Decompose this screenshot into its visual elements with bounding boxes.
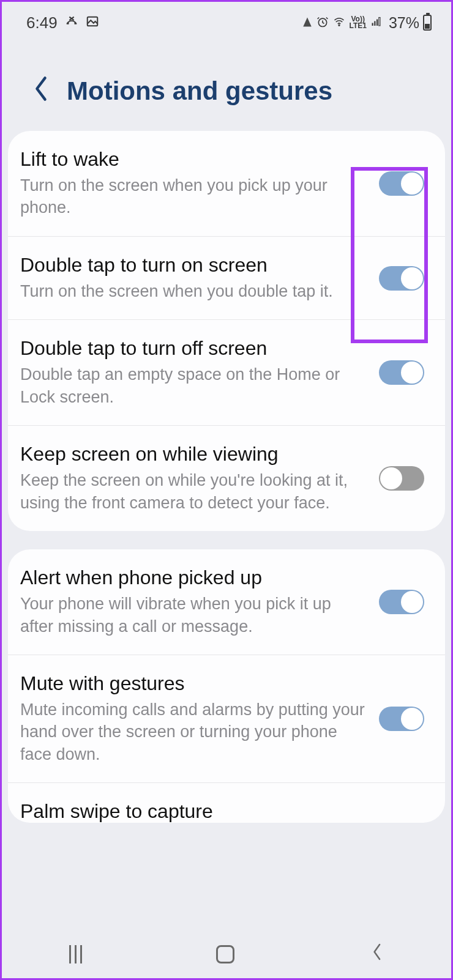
toggle-keep-screen-on[interactable] [379, 466, 424, 491]
toggle-double-tap-on[interactable] [379, 266, 424, 291]
setting-desc: Mute incoming calls and alarms by puttin… [20, 699, 367, 765]
settings-group-1: Lift to wake Turn on the screen when you… [8, 131, 445, 531]
wifi-icon [332, 17, 346, 29]
signal-icon [370, 17, 383, 29]
page-title: Motions and gestures [67, 76, 332, 106]
navigation-bar [2, 930, 451, 978]
setting-desc: Double tap an empty space on the Home or… [20, 363, 367, 408]
settings-group-2: Alert when phone picked up Your phone wi… [8, 549, 445, 823]
svg-rect-6 [374, 21, 375, 26]
setting-title: Palm swipe to capture [20, 800, 424, 823]
setting-title: Double tap to turn off screen [20, 337, 367, 360]
nav-recent-button[interactable] [69, 945, 82, 963]
svg-rect-7 [376, 19, 378, 26]
toggle-double-tap-off[interactable] [379, 360, 424, 385]
sync-icon [302, 17, 313, 29]
setting-desc: Turn on the screen when you pick up your… [20, 174, 367, 219]
battery-icon [423, 15, 432, 31]
page-header: Motions and gestures [2, 39, 451, 131]
volte-icon: Vo))LTE1 [350, 16, 367, 29]
svg-rect-8 [379, 17, 380, 26]
setting-alert-picked-up[interactable]: Alert when phone picked up Your phone wi… [8, 549, 445, 655]
nav-back-button[interactable] [369, 941, 384, 968]
setting-mute-gestures[interactable]: Mute with gestures Mute incoming calls a… [8, 655, 445, 783]
setting-double-tap-off[interactable]: Double tap to turn off screen Double tap… [8, 320, 445, 426]
status-bar: 6:49 Vo))LTE1 37% [2, 2, 451, 39]
battery-percent: 37% [389, 14, 419, 32]
svg-point-4 [339, 24, 340, 26]
status-time: 6:49 [26, 13, 58, 32]
nav-home-button[interactable] [216, 945, 234, 963]
setting-palm-swipe[interactable]: Palm swipe to capture [8, 783, 445, 823]
picture-icon [86, 13, 99, 32]
setting-title: Lift to wake [20, 148, 367, 171]
svg-rect-5 [372, 23, 373, 26]
toggle-alert-picked-up[interactable] [379, 590, 424, 614]
back-button[interactable] [32, 75, 50, 106]
setting-title: Double tap to turn on screen [20, 254, 367, 277]
setting-double-tap-on[interactable]: Double tap to turn on screen Turn on the… [8, 237, 445, 320]
alarm-icon [316, 16, 329, 30]
setting-desc: Your phone will vibrate when you pick it… [20, 593, 367, 637]
setting-title: Keep screen on while viewing [20, 443, 367, 466]
setting-title: Alert when phone picked up [20, 566, 367, 589]
setting-title: Mute with gestures [20, 672, 367, 695]
setting-keep-screen-on[interactable]: Keep screen on while viewing Keep the sc… [8, 426, 445, 531]
missed-call-icon [65, 13, 78, 32]
setting-desc: Keep the screen on while you're looking … [20, 469, 367, 514]
toggle-lift-to-wake[interactable] [379, 171, 424, 196]
toggle-mute-gestures[interactable] [379, 707, 424, 731]
setting-lift-to-wake[interactable]: Lift to wake Turn on the screen when you… [8, 131, 445, 237]
setting-desc: Turn on the screen when you double tap i… [20, 280, 367, 302]
